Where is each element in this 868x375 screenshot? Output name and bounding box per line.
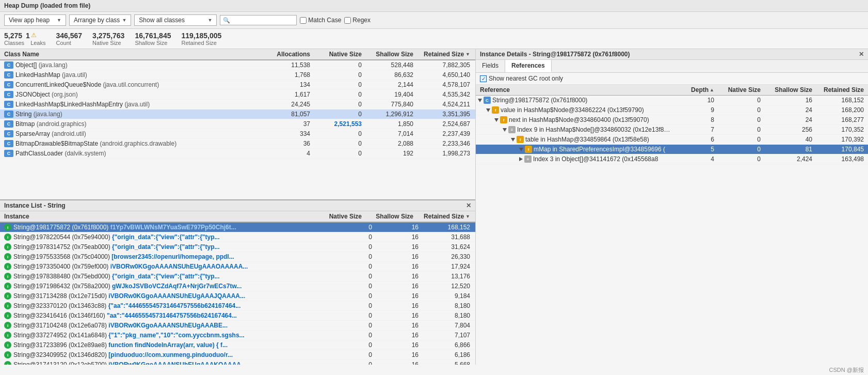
class-table-row[interactable]: C LinkedHashMap$LinkedHashMapEntry (java… xyxy=(0,100,475,110)
instance-row-name: String@1971986432 (0x758a2000) gWJkoJSVB… xyxy=(11,283,331,290)
regex-checkbox-group[interactable]: Regex xyxy=(344,17,371,24)
tab-references[interactable]: References xyxy=(505,60,552,72)
ref-row-content: ≡ Index 3 in Object[]@341141672 (0x14556… xyxy=(476,155,672,163)
ref-table-row[interactable]: f mMap in SharedPreferencesImpl@33485969… xyxy=(476,145,868,154)
arrange-by-class-dropdown[interactable]: Arrange by class ▼ xyxy=(69,14,131,26)
instance-table-row[interactable]: i String@1973350400 (0x759ef000) iVBORw0… xyxy=(0,262,475,272)
class-table-row[interactable]: C ConcurrentLinkedQueue$Node (java.util.… xyxy=(0,80,475,90)
class-row-name: PathClassLoader (dalvik.system) xyxy=(13,150,264,157)
instance-panel-close-button[interactable]: ✕ xyxy=(466,202,471,209)
expand-down-icon[interactable] xyxy=(494,118,499,122)
shallow-size-value: 16,761,845 xyxy=(135,32,171,40)
class-row-name: BitmapDrawable$BitmapState (android.grap… xyxy=(13,140,264,147)
expand-down-icon[interactable] xyxy=(519,148,523,151)
class-row-name: ConcurrentLinkedQueue$Node (java.util.co… xyxy=(13,81,264,88)
show-nearest-gc-checkbox[interactable] xyxy=(480,75,487,82)
class-table-row[interactable]: C Bitmap (android.graphics) 37 2,521,553… xyxy=(0,119,475,129)
instance-table-row[interactable]: i String@317413120 (0x12eb5700) iVBORw0K… xyxy=(0,360,475,365)
instance-table-row[interactable]: i String@1978388480 (0x75ebd000) {"origi… xyxy=(0,272,475,282)
instance-icon: i xyxy=(4,361,11,365)
expand-down-icon[interactable] xyxy=(511,138,515,142)
instance-native: 0 xyxy=(331,273,377,280)
ref-shallow-header: Shallow Size xyxy=(765,86,816,93)
class-shallow: 2,144 xyxy=(367,81,419,88)
class-table-row[interactable]: C String (java.lang) 81,057 0 1,296,912 … xyxy=(0,110,475,119)
instance-table-row[interactable]: i String@317233896 (0x12e89ae8) function… xyxy=(0,340,475,350)
instance-native: 0 xyxy=(331,361,377,365)
detail-options: Show nearest GC root only xyxy=(476,73,868,85)
class-native: 0 xyxy=(315,81,367,88)
detail-title-bar: Instance Details - String@1981775872 (0x… xyxy=(476,49,868,60)
ref-list-icon: ≡ xyxy=(524,155,532,163)
expand-down-icon[interactable] xyxy=(478,99,482,102)
instance-table-row[interactable]: i String@317104248 (0x12e6a078) iVBORw0K… xyxy=(0,321,475,331)
instance-table-row[interactable]: i String@1981775872 (0x761f8000) f1Yp7vB… xyxy=(0,223,475,232)
ref-table-row[interactable]: f value in HashMap$Node@334862224 (0x13f… xyxy=(476,105,868,115)
ref-table-row[interactable]: ≡ Index 3 in Object[]@341141672 (0x14556… xyxy=(476,154,868,164)
instance-retained: 8,180 xyxy=(424,312,475,319)
class-table-row[interactable]: C BitmapDrawable$BitmapState (android.gr… xyxy=(0,139,475,149)
ref-table-row[interactable]: f next in HashMap$Node@334860400 (0x13f5… xyxy=(476,115,868,125)
class-shallow: 7,014 xyxy=(367,130,419,137)
ref-row-content: f mMap in SharedPreferencesImpl@33485969… xyxy=(476,146,672,153)
instance-shallow: 16 xyxy=(377,361,424,365)
class-table-row[interactable]: C Object[] (java.lang) 11,538 0 528,448 … xyxy=(0,60,475,70)
instance-table-row[interactable]: i String@323416416 (0x1346f160) "aa":"44… xyxy=(0,311,475,321)
class-row-name: Object[] (java.lang) xyxy=(13,61,264,69)
view-app-heap-dropdown[interactable]: View app heap ▼ xyxy=(4,14,66,26)
instance-row-name: String@317104248 (0x12e6a078) iVBORw0KGg… xyxy=(11,322,331,329)
search-box: 🔍 xyxy=(220,15,297,25)
regex-checkbox[interactable] xyxy=(344,17,351,24)
instance-table-row[interactable]: i String@1978314752 (0x75eab000) {"origi… xyxy=(0,242,475,252)
class-table-row[interactable]: C JSONObject (org.json) 1,617 0 19,404 4… xyxy=(0,90,475,100)
expand-right-icon[interactable] xyxy=(519,157,523,161)
ref-field-icon: f xyxy=(517,136,524,143)
show-all-classes-dropdown[interactable]: Show all classes ▼ xyxy=(134,14,217,26)
ref-table-row[interactable]: f table in HashMap@334859864 (0x13f58e58… xyxy=(476,135,868,145)
class-retained: 3,351,395 xyxy=(419,111,475,118)
instance-shallow: 16 xyxy=(377,351,424,358)
instance-shallow: 16 xyxy=(377,253,424,260)
instance-table-row[interactable]: i String@1971986432 (0x758a2000) gWJkoJS… xyxy=(0,282,475,291)
class-retained: 2,237,439 xyxy=(419,130,475,137)
class-table-row[interactable]: C SparseArray (android.util) 334 0 7,014… xyxy=(0,129,475,139)
class-native: 0 xyxy=(315,61,367,69)
class-table-row[interactable]: C PathClassLoader (dalvik.system) 4 0 19… xyxy=(0,149,475,159)
instance-table-row[interactable]: i String@1978220544 (0x75e94000) {"origi… xyxy=(0,232,475,242)
search-input[interactable] xyxy=(232,17,294,24)
instance-native: 0 xyxy=(331,263,377,270)
instance-row-name: String@1975533568 (0x75c04000) [browser2… xyxy=(11,253,331,260)
stats-bar: 5,275 1 ⚠ Classes Leaks 346,567 Count 3,… xyxy=(0,29,868,49)
instance-retained: 12,520 xyxy=(424,283,475,290)
instance-table-row[interactable]: i String@323409952 (0x1346d820) [pinduod… xyxy=(0,350,475,360)
ref-row-depth: 8 xyxy=(672,116,718,123)
instance-row-name: String@1973350400 (0x759ef000) iVBORw0KG… xyxy=(11,263,331,270)
instance-shallow: 16 xyxy=(377,292,424,300)
expand-down-icon[interactable] xyxy=(486,108,490,112)
instance-icon: i xyxy=(4,351,11,358)
class-shallow: 1,850 xyxy=(367,120,419,128)
expand-down-icon[interactable] xyxy=(503,128,507,132)
ref-row-depth: 10 xyxy=(672,97,718,104)
ref-table-row[interactable]: C String@1981775872 (0x761f8000) 10 0 16… xyxy=(476,96,868,105)
instance-table-row[interactable]: i String@317134288 (0x12e715d0) iVBORw0K… xyxy=(0,291,475,301)
instance-native: 0 xyxy=(331,292,377,300)
instance-table-row[interactable]: i String@323370120 (0x13463c88) {"aa":"4… xyxy=(0,301,475,311)
class-table-row[interactable]: C LinkedHashMap (java.util) 1,768 0 86,6… xyxy=(0,70,475,80)
instance-table-row[interactable]: i String@1975533568 (0x75c04000) [browse… xyxy=(0,252,475,262)
tab-fields[interactable]: Fields xyxy=(476,60,505,72)
class-alloc: 24,245 xyxy=(264,101,315,108)
match-case-checkbox-group[interactable]: Match Case xyxy=(300,17,341,24)
instance-retained: 31,688 xyxy=(424,233,475,241)
app-title: Heap Dump (loaded from file) xyxy=(4,2,90,9)
class-native: 0 xyxy=(315,150,367,157)
match-case-checkbox[interactable] xyxy=(300,17,307,24)
ref-sort-icon: ▲ xyxy=(710,87,714,92)
detail-close-button[interactable]: ✕ xyxy=(859,51,864,58)
arrange-by-class-label: Arrange by class xyxy=(74,17,120,24)
instance-table-row[interactable]: i String@337274952 (0x141a6848) {"1":"pk… xyxy=(0,331,475,340)
ref-table-row[interactable]: ≡ Index 9 in HashMap$Node[]@334860032 (0… xyxy=(476,125,868,135)
native-size-stat: 3,275,763 Native Size xyxy=(92,32,124,46)
class-alloc: 11,538 xyxy=(264,61,315,69)
ref-row-content: f value in HashMap$Node@334862224 (0x13f… xyxy=(476,106,672,114)
